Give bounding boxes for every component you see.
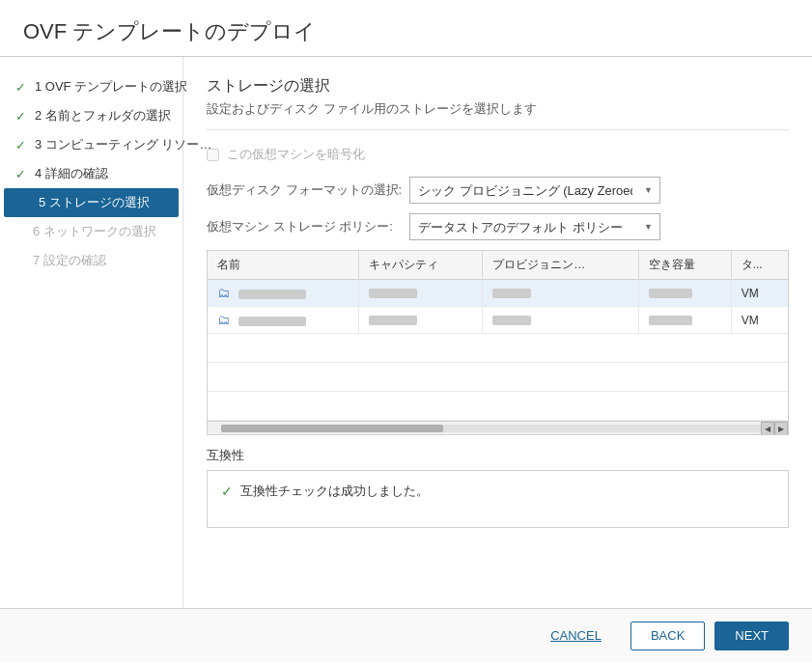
encrypt-checkbox[interactable]	[207, 149, 219, 161]
scroll-right-btn[interactable]: ▶	[774, 422, 788, 435]
compat-check-icon: ✓	[221, 483, 233, 499]
scroll-arrows: ◀ ▶	[761, 422, 788, 435]
row1-prov-value	[492, 289, 531, 298]
row2-prov-value	[492, 316, 531, 325]
disk-format-label: 仮想ディスク フォーマットの選択:	[207, 181, 409, 199]
table-header-row: 名前 キャパシティ プロビジョニン… 空き容量 タ...	[208, 251, 788, 280]
row2-capacity	[358, 307, 483, 334]
row1-name-value	[238, 290, 306, 299]
storage-policy-label: 仮想マシン ストレージ ポリシー:	[207, 218, 409, 235]
sidebar-item-step4[interactable]: ✓ 4 詳細の確認	[0, 159, 182, 188]
footer: CANCEL BACK NEXT	[0, 608, 812, 662]
empty-row	[208, 392, 788, 421]
check-icon-step3: ✓	[15, 138, 29, 152]
compatibility-message: ✓ 互換性チェックは成功しました。	[221, 483, 774, 500]
horizontal-scrollbar[interactable]: ◀ ▶	[208, 421, 788, 434]
datastore-table-container: 名前 キャパシティ プロビジョニン… 空き容量 タ... 🗂	[207, 250, 789, 435]
row2-provisioned	[483, 307, 639, 334]
back-button[interactable]: BACK	[630, 622, 705, 650]
col-provisioned[interactable]: プロビジョニン…	[483, 251, 639, 280]
compatibility-box: ✓ 互換性チェックは成功しました。	[207, 470, 789, 528]
sidebar-item-step5[interactable]: 5 ストレージの選択	[4, 188, 179, 217]
col-name[interactable]: 名前	[208, 251, 358, 280]
compat-message-text: 互換性チェックは成功しました。	[240, 483, 429, 500]
sidebar-label-step1: 1 OVF テンプレートの選択	[35, 78, 187, 96]
empty-row	[208, 363, 788, 392]
section-desc: 設定およびディスク ファイル用のストレージを選択します	[207, 100, 789, 130]
storage-policy-control: データストアのデフォルト ポリシー	[409, 213, 789, 240]
scroll-left-btn[interactable]: ◀	[761, 422, 774, 435]
row1-provisioned	[483, 280, 639, 307]
check-icon-step2: ✓	[15, 109, 29, 124]
encrypt-row: この仮想マシンを暗号化	[207, 146, 789, 163]
row2-capacity-value	[369, 316, 417, 325]
main-layout: ✓ 1 OVF テンプレートの選択 ✓ 2 名前とフォルダの選択 ✓ 3 コンピ…	[0, 57, 812, 608]
sidebar-label-step2: 2 名前とフォルダの選択	[35, 107, 171, 124]
next-button[interactable]: NEXT	[714, 622, 789, 650]
row1-type: VM	[731, 280, 788, 307]
row1-free	[639, 280, 731, 307]
encrypt-label: この仮想マシンを暗号化	[227, 146, 365, 163]
row2-name: 🗂	[208, 307, 358, 334]
scrollbar-track	[221, 425, 774, 432]
db-icon-row2: 🗂	[217, 313, 230, 327]
check-icon-step4: ✓	[15, 167, 29, 181]
page-title: OVF テンプレートのデプロイ	[0, 0, 812, 57]
table-body: 🗂 VM	[208, 280, 788, 421]
row2-type: VM	[731, 307, 788, 334]
table-row[interactable]: 🗂 VM	[208, 307, 788, 334]
col-free[interactable]: 空き容量	[639, 251, 731, 280]
sidebar-label-step4: 4 詳細の確認	[35, 165, 108, 182]
storage-policy-select[interactable]: データストアのデフォルト ポリシー	[409, 213, 660, 240]
sidebar-item-step1[interactable]: ✓ 1 OVF テンプレートの選択	[0, 72, 182, 101]
db-icon-row1: 🗂	[217, 286, 230, 300]
check-icon-step1: ✓	[15, 80, 29, 95]
table-header: 名前 キャパシティ プロビジョニン… 空き容量 タ...	[208, 251, 788, 280]
content-area: ストレージの選択 設定およびディスク ファイル用のストレージを選択します この仮…	[183, 57, 812, 608]
col-capacity[interactable]: キャパシティ	[358, 251, 483, 280]
storage-policy-select-wrapper: データストアのデフォルト ポリシー	[409, 213, 660, 240]
section-title: ストレージの選択	[207, 76, 789, 97]
row2-free-value	[649, 316, 692, 325]
scrollbar-thumb	[221, 425, 443, 432]
disk-format-select-wrapper: シック プロビジョニング (Lazy Zeroed) シック プロビジョニング …	[409, 177, 660, 204]
row1-capacity-value	[369, 289, 417, 298]
cancel-button[interactable]: CANCEL	[531, 622, 621, 650]
sidebar-item-step7: 7 設定の確認	[0, 246, 182, 275]
col-type[interactable]: タ...	[731, 251, 788, 280]
row2-name-value	[238, 317, 306, 326]
empty-row	[208, 334, 788, 363]
table-row[interactable]: 🗂 VM	[208, 280, 788, 307]
sidebar: ✓ 1 OVF テンプレートの選択 ✓ 2 名前とフォルダの選択 ✓ 3 コンピ…	[0, 57, 183, 608]
datastore-table: 名前 キャパシティ プロビジョニン… 空き容量 タ... 🗂	[208, 251, 788, 421]
row1-free-value	[649, 289, 692, 298]
compatibility-label: 互換性	[207, 447, 789, 464]
disk-format-control: シック プロビジョニング (Lazy Zeroed) シック プロビジョニング …	[409, 177, 789, 204]
sidebar-item-step2[interactable]: ✓ 2 名前とフォルダの選択	[0, 101, 182, 130]
sidebar-label-step5: 5 ストレージの選択	[39, 194, 150, 211]
disk-format-row: 仮想ディスク フォーマットの選択: シック プロビジョニング (Lazy Zer…	[207, 177, 789, 204]
row1-name: 🗂	[208, 280, 358, 307]
compatibility-section: 互換性 ✓ 互換性チェックは成功しました。	[207, 447, 789, 528]
sidebar-label-step6: 6 ネットワークの選択	[33, 223, 156, 240]
disk-format-select[interactable]: シック プロビジョニング (Lazy Zeroed) シック プロビジョニング …	[409, 177, 660, 204]
row2-free	[639, 307, 731, 334]
sidebar-label-step7: 7 設定の確認	[33, 252, 106, 269]
sidebar-item-step3[interactable]: ✓ 3 コンピューティング リソー…	[0, 130, 182, 159]
sidebar-item-step6: 6 ネットワークの選択	[0, 217, 182, 246]
storage-policy-row: 仮想マシン ストレージ ポリシー: データストアのデフォルト ポリシー	[207, 213, 789, 240]
row1-capacity	[358, 280, 483, 307]
